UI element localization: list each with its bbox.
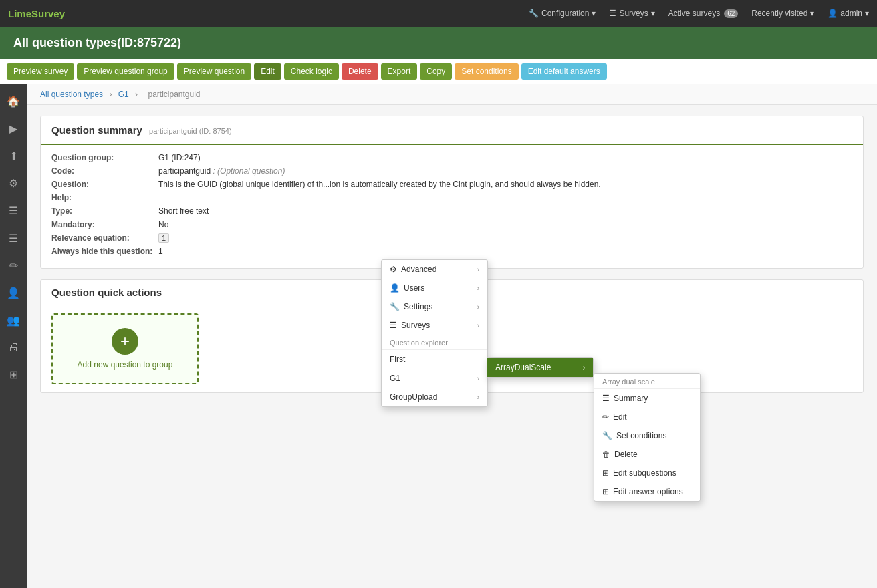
sidebar-icon-users[interactable]: 👥	[3, 310, 24, 331]
add-question-to-group-button[interactable]: + Add new question to group	[51, 313, 199, 384]
preview-survey-button[interactable]: Preview survey	[7, 63, 74, 80]
menu-label-advanced: Advanced	[401, 265, 436, 274]
menu-item-users[interactable]: 👤 Users ›	[382, 279, 487, 297]
main-layout: 🏠 ▶ ⬆ ⚙ ☰ ☰ ✏ 👤 👥 🖨 ⊞ All question types…	[0, 84, 877, 588]
toolbar: Preview survey Preview question group Pr…	[0, 59, 877, 84]
menu-item-set-conditions[interactable]: 🔧 Set conditions	[594, 426, 700, 445]
detail-row-always-hide: Always hide this question: 1	[51, 247, 852, 256]
main-context-menu: ⚙ Advanced › 👤 Users › 🔧 Settings ›	[381, 259, 488, 407]
chevron-right-icon: ›	[477, 322, 479, 329]
sidebar: 🏠 ▶ ⬆ ⚙ ☰ ☰ ✏ 👤 👥 🖨 ⊞	[0, 84, 27, 588]
nav-configuration[interactable]: 🔧 Configuration ▾	[529, 9, 596, 18]
sidebar-icon-table[interactable]: ⊞	[3, 364, 24, 385]
menu-item-edit[interactable]: ✏ Edit	[594, 408, 700, 426]
detail-row-help: Help:	[51, 193, 852, 202]
add-question-label: Add new question to group	[78, 360, 173, 370]
set-conditions-button[interactable]: Set conditions	[455, 63, 518, 80]
detail-row-question-group: Question group: G1 (ID:247)	[51, 153, 852, 162]
detail-row-relevance: Relevance equation: 1	[51, 233, 852, 243]
set-conditions-icon: 🔧	[602, 431, 612, 440]
chevron-down-icon: ▾	[592, 9, 596, 18]
breadcrumb-g1[interactable]: G1	[118, 90, 129, 99]
sidebar-icon-list2[interactable]: ☰	[3, 228, 24, 249]
menu-label-delete: Delete	[614, 450, 638, 459]
sidebar-icon-upload[interactable]: ⬆	[3, 146, 24, 166]
menu-label-arraydualscale: ArrayDualScale	[495, 363, 551, 372]
edit-answer-options-icon: ⊞	[602, 487, 609, 496]
menu-label-edit-answer-options: Edit answer options	[613, 487, 683, 496]
breadcrumb: All question types › G1 › participantgui…	[27, 84, 877, 105]
chevron-right-icon: ›	[477, 303, 479, 311]
menu-item-delete[interactable]: 🗑 Delete	[594, 445, 700, 464]
edit-default-answers-button[interactable]: Edit default answers	[521, 63, 607, 80]
menu-item-advanced[interactable]: ⚙ Advanced ›	[382, 260, 487, 279]
sidebar-icon-edit[interactable]: ✏	[3, 255, 24, 276]
delete-icon: 🗑	[602, 450, 610, 459]
menu-label-g1: G1	[390, 374, 400, 383]
menu-item-g1[interactable]: G1 ›	[382, 369, 487, 388]
chevron-right-icon: ›	[477, 285, 479, 292]
menu-item-edit-answer-options[interactable]: ⊞ Edit answer options	[594, 482, 700, 501]
edit-button[interactable]: Edit	[254, 63, 281, 80]
nav-admin[interactable]: 👤 admin ▾	[828, 9, 869, 18]
top-navigation: LimeSurvey 🔧 Configuration ▾ ☰ Surveys ▾…	[0, 0, 877, 27]
submenu-title: Array dual scale	[594, 374, 700, 389]
edit-subquestions-icon: ⊞	[602, 468, 609, 478]
detail-row-type: Type: Short free text	[51, 206, 852, 216]
menu-item-groupupload[interactable]: GroupUpload ›	[382, 388, 487, 406]
sidebar-icon-print[interactable]: 🖨	[3, 337, 24, 357]
breadcrumb-current: participantguid	[148, 90, 200, 99]
menu-label-groupupload: GroupUpload	[390, 392, 437, 402]
page-title: All question types(ID:875722)	[13, 36, 181, 49]
export-button[interactable]: Export	[381, 63, 418, 80]
config-icon: 🔧	[529, 9, 539, 18]
surveys-menu-icon: ☰	[390, 321, 397, 330]
sidebar-icon-list[interactable]: ☰	[3, 200, 24, 221]
menu-label-settings: Settings	[404, 302, 432, 311]
page-header: All question types(ID:875722)	[0, 27, 877, 59]
nav-active-surveys[interactable]: Active surveys 62	[668, 9, 738, 18]
chevron-right-icon: ›	[477, 394, 479, 401]
copy-button[interactable]: Copy	[420, 63, 452, 80]
detail-row-question: Question: This is the GUID (global uniqu…	[51, 180, 852, 189]
nav-surveys[interactable]: ☰ Surveys ▾	[609, 9, 654, 18]
question-summary-heading: Question summary participantguid (ID: 87…	[41, 116, 863, 145]
check-logic-button[interactable]: Check logic	[284, 63, 339, 80]
menu-item-settings[interactable]: 🔧 Settings ›	[382, 297, 487, 316]
question-summary-body: Question group: G1 (ID:247) Code: partic…	[41, 145, 863, 268]
active-surveys-badge: 62	[724, 9, 738, 18]
sidebar-icon-settings[interactable]: ⚙	[3, 173, 24, 194]
sub-menu-arraydualscale: ArrayDualScale ›	[487, 357, 594, 378]
context-menu-section-title: Question explorer	[382, 335, 487, 350]
menu-label-edit: Edit	[613, 412, 627, 422]
detail-row-mandatory: Mandatory: No	[51, 220, 852, 229]
plus-circle-icon: +	[112, 328, 138, 355]
chevron-right-icon: ›	[477, 266, 479, 273]
sidebar-icon-play[interactable]: ▶	[3, 118, 24, 139]
sidebar-icon-home[interactable]: 🏠	[3, 91, 24, 112]
delete-button[interactable]: Delete	[342, 63, 378, 80]
chevron-down-icon: ▾	[810, 9, 814, 18]
preview-question-group-button[interactable]: Preview question group	[77, 63, 174, 80]
settings-icon: 🔧	[390, 302, 400, 311]
preview-question-button[interactable]: Preview question	[177, 63, 251, 80]
edit-icon: ✏	[602, 412, 609, 422]
surveys-icon: ☰	[609, 9, 616, 18]
menu-item-arraydualscale[interactable]: ArrayDualScale ›	[487, 358, 593, 377]
nav-recently-visited[interactable]: Recently visited ▾	[751, 9, 814, 18]
menu-label-set-conditions: Set conditions	[616, 431, 666, 440]
advanced-icon: ⚙	[390, 265, 397, 274]
menu-label-surveys: Surveys	[401, 321, 430, 330]
chevron-down-icon: ▾	[651, 9, 655, 18]
menu-item-surveys[interactable]: ☰ Surveys ›	[382, 316, 487, 335]
chevron-down-icon: ▾	[865, 9, 869, 18]
users-icon: 👤	[390, 283, 400, 293]
menu-item-summary[interactable]: ☰ Summary	[594, 389, 700, 408]
menu-item-first[interactable]: First	[382, 350, 487, 369]
breadcrumb-all-question-types[interactable]: All question types	[40, 90, 103, 99]
menu-item-edit-subquestions[interactable]: ⊞ Edit subquestions	[594, 464, 700, 482]
menu-label-first: First	[390, 355, 405, 364]
sub-menu-arraydualscale-options: Array dual scale ☰ Summary ✏ Edit 🔧 Set …	[594, 373, 701, 502]
sidebar-icon-user[interactable]: 👤	[3, 283, 24, 303]
app-brand: LimeSurvey	[8, 8, 65, 19]
